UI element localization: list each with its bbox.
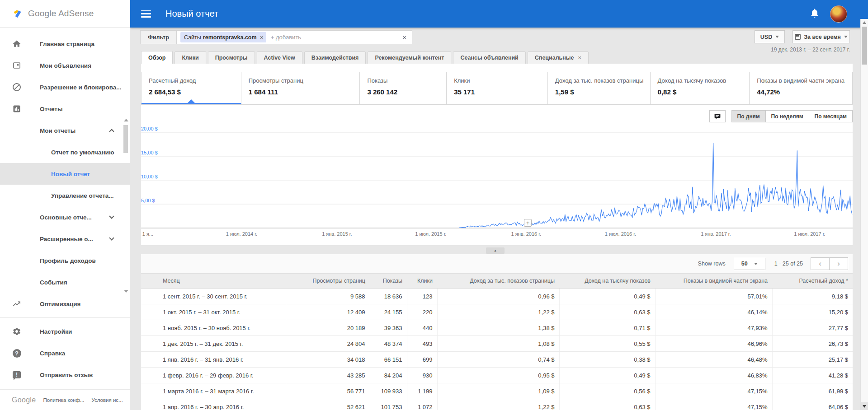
by-day-button[interactable]: По дням [731, 110, 766, 122]
tab-custom[interactable]: Специальные × [528, 51, 589, 64]
table-row: 1 сент. 2015 г. – 30 сент. 2015 г.9 5881… [141, 289, 853, 304]
report-table-section: Show rows 50 1 - 25 of 25 ‹ › Месяц Прос… [141, 254, 853, 410]
sidebar-footer: Google Политика конф... Условия ис... [0, 389, 130, 410]
currency-dropdown[interactable]: USD [755, 30, 785, 43]
table-row: 1 дек. 2015 г. – 31 дек. 2015 г.24 80448… [141, 336, 853, 352]
sidebar-item-events[interactable]: События [0, 271, 130, 293]
prev-page-button[interactable]: ‹ [811, 257, 830, 270]
metric-card-page-rpm[interactable]: Доход за тыс. показов страницы 1,59 $ [548, 72, 651, 104]
svg-text:1 июл. 2014 г.: 1 июл. 2014 г. [226, 231, 257, 237]
scroll-down-icon[interactable] [124, 290, 128, 293]
scroll-up-icon[interactable] [124, 119, 128, 121]
metric-card-estimated-earnings[interactable]: Расчетный доход 2 684,53 $ [142, 72, 241, 104]
column-header-month[interactable]: Месяц [141, 274, 286, 289]
table-row: 1 апр. 2016 г. – 30 апр. 2016 г.52 62110… [141, 399, 853, 410]
google-footer-logo: Google [12, 396, 36, 404]
svg-text:20,00 $: 20,00 $ [141, 127, 158, 131]
scroll-down-icon [863, 405, 866, 408]
sidebar-item-my-ads[interactable]: Мои объявления [0, 55, 130, 76]
column-header-page-views[interactable]: Просмотры страниц [286, 274, 370, 289]
metric-card-viewability[interactable]: Показы в видимой части экрана 44,72% [750, 72, 852, 104]
sidebar-scrollbar[interactable] [123, 119, 128, 293]
feedback-icon: ! [12, 370, 22, 380]
filter-label: Фильтр [141, 31, 177, 44]
svg-text:1 июл. 2017 г.: 1 июл. 2017 г. [794, 231, 825, 237]
column-header-page-rpm[interactable]: Доход за тыс. показов страницы [437, 274, 559, 289]
tab-recommended-content[interactable]: Рекомендуемый контент [368, 51, 451, 64]
metric-card-page-views[interactable]: Просмотры страниц 1 684 111 [241, 72, 360, 104]
chart-zoom-plus-button[interactable]: + [524, 219, 532, 227]
sidebar-item-optimization[interactable]: Оптимизация [0, 293, 130, 315]
filter-bar: Фильтр Сайты remontspravka.com × × [140, 30, 412, 44]
tab-ad-sessions[interactable]: Сеансы объявлений [453, 51, 525, 64]
metric-card-impression-rpm[interactable]: Доход на тысячу показов 0,82 $ [651, 72, 750, 104]
column-header-clicks[interactable]: Клики [407, 274, 437, 289]
rows-per-page-select[interactable]: 50 [734, 258, 765, 270]
tab-clicks[interactable]: Клики [175, 51, 206, 64]
sidebar-item-basic-reports[interactable]: Основные отче... [0, 206, 130, 228]
sidebar-item-feedback[interactable]: ! Отправить отзыв [0, 364, 130, 386]
scroll-up-icon[interactable] [863, 21, 866, 24]
by-week-button[interactable]: По неделям [765, 110, 809, 122]
collapse-chart-button[interactable]: ▲ [486, 247, 505, 254]
brand-text: Google AdSense [28, 9, 94, 19]
tab-views[interactable]: Просмотры [208, 51, 255, 64]
terms-link[interactable]: Условия ис... [91, 397, 123, 403]
table-row: 1 марта 2016 г. – 31 марта 2016 г.56 771… [141, 383, 853, 399]
table-row: 1 нояб. 2015 г. – 30 нояб. 2015 г.20 189… [141, 320, 853, 336]
svg-text:1 янв. 2015 г.: 1 янв. 2015 г. [322, 231, 352, 237]
sidebar-item-my-reports[interactable]: Мои отчеты [0, 120, 130, 141]
filter-clear-icon[interactable]: × [402, 33, 406, 41]
table-row: 1 окт. 2015 г. – 31 окт. 2015 г.12 40924… [141, 304, 853, 320]
report-table: Месяц Просмотры страниц Показы Клики Дох… [141, 273, 853, 410]
sidebar-item-allow-block[interactable]: Разрешение и блокирова... [0, 76, 130, 98]
svg-text:15,00 $: 15,00 $ [141, 150, 158, 155]
scrollbar-thumb[interactable] [123, 125, 128, 153]
trending-up-icon [12, 299, 22, 309]
sidebar-item-advanced-reports[interactable]: Расширенные о... [0, 228, 130, 250]
comment-icon [714, 113, 721, 120]
menu-icon[interactable] [141, 10, 151, 18]
annotations-button[interactable] [709, 110, 726, 122]
sidebar-item-manage-reports[interactable]: Управление отчета... [0, 185, 130, 206]
page-title: Новый отчет [165, 9, 218, 19]
sidebar-item-reports[interactable]: Отчеты [0, 98, 130, 120]
svg-text:1 я...: 1 я... [142, 231, 153, 237]
sidebar-item-help[interactable]: ? Справка [0, 342, 130, 364]
sidebar-item-default-report[interactable]: Отчет по умолчанию [0, 141, 130, 163]
scrollbar-thumb[interactable] [862, 27, 867, 65]
tab-overview[interactable]: Обзор [141, 51, 173, 64]
next-page-button[interactable]: › [829, 257, 848, 270]
tab-active-view[interactable]: Active View [257, 51, 302, 64]
earnings-chart: 5,00 $10,00 $15,00 $20,00 $1 я...1 июл. … [141, 127, 853, 243]
tab-interactions[interactable]: Взаимодействия [304, 51, 366, 64]
filter-add-input[interactable] [271, 34, 402, 41]
column-header-estimated-earnings[interactable]: Расчетный доход * [772, 274, 853, 289]
by-month-button[interactable]: По месяцам [809, 110, 853, 122]
scroll-down-button[interactable] [861, 402, 868, 410]
gear-icon [12, 326, 22, 336]
svg-text:10,00 $: 10,00 $ [141, 174, 158, 179]
sidebar: Google AdSense Главная страница Мои объя… [0, 0, 130, 410]
sidebar-item-revenue-profile[interactable]: Профиль доходов [0, 250, 130, 271]
chip-close-icon[interactable]: × [260, 34, 264, 41]
metric-card-clicks[interactable]: Клики 35 171 [447, 72, 548, 104]
page-scrollbar[interactable] [860, 19, 868, 410]
selected-notch [188, 99, 195, 103]
report-tabs: Обзор Клики Просмотры Active View Взаимо… [141, 51, 590, 64]
column-header-impressions[interactable]: Показы [370, 274, 407, 289]
metric-card-impressions[interactable]: Показы 3 260 142 [360, 72, 447, 104]
tab-close-icon[interactable]: × [578, 55, 581, 61]
notifications-bell-icon[interactable] [809, 8, 820, 20]
sidebar-menu: Главная страница Мои объявления Разрешен… [0, 28, 130, 386]
sidebar-item-settings[interactable]: Настройки [0, 321, 130, 342]
column-header-impression-rpm[interactable]: Доход на тысячу показов [559, 274, 655, 289]
user-avatar[interactable] [830, 5, 847, 23]
privacy-link[interactable]: Политика конф... [43, 397, 84, 403]
sidebar-item-new-report[interactable]: Новый отчет [0, 163, 130, 185]
filter-chip-sites[interactable]: Сайты remontspravka.com × [180, 32, 266, 42]
date-range-dropdown[interactable]: За все время [793, 30, 850, 43]
show-rows-label: Show rows [698, 261, 726, 267]
sidebar-item-home[interactable]: Главная страница [0, 33, 130, 55]
column-header-viewability[interactable]: Показы в видимой части экрана [655, 274, 772, 289]
